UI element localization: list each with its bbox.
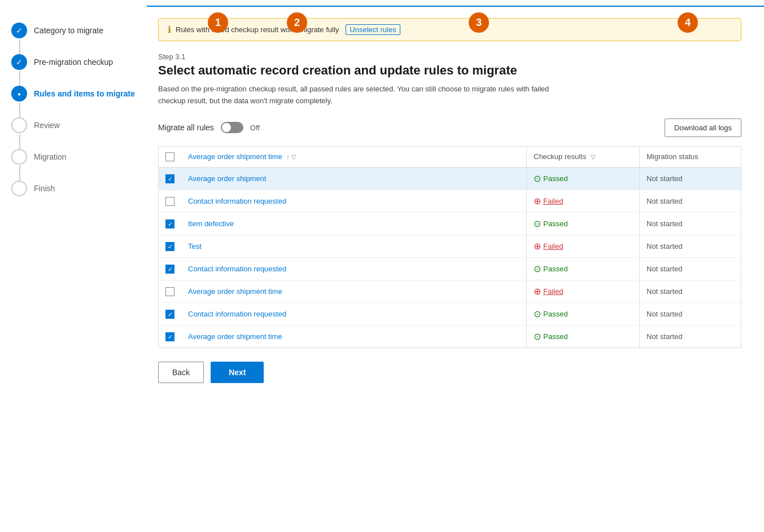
- rule-name-link[interactable]: Test: [188, 242, 202, 250]
- table-row[interactable]: Item defective⊙ PassedNot started: [159, 213, 741, 235]
- rule-name-link[interactable]: Contact information requested: [188, 310, 286, 318]
- checkup-failed: ⊕ Failed: [534, 286, 632, 297]
- step-icon-rules: ●: [11, 86, 27, 102]
- row-checkbox[interactable]: [165, 197, 174, 206]
- row-checkbox[interactable]: [165, 332, 174, 341]
- sort-filter-icons: ↑ ▽: [286, 153, 296, 161]
- migrate-all-toggle[interactable]: [221, 122, 243, 133]
- migration-status: Not started: [640, 258, 741, 280]
- checkup-failed: ⊕ Failed: [534, 241, 632, 252]
- col-name-label: Average order shipment time: [188, 152, 282, 161]
- sidebar-item-label-category: Category to migrate: [34, 26, 103, 35]
- main-content: ℹ Rules with failed checkup result won't…: [147, 6, 764, 532]
- callout-2: 2: [287, 12, 307, 33]
- table-row[interactable]: Test⊕ FailedNot started: [159, 235, 741, 258]
- col-status-label: Migration status: [647, 152, 698, 161]
- migration-status: Not started: [640, 326, 741, 348]
- row-checkbox[interactable]: [165, 174, 174, 183]
- failed-link[interactable]: Failed: [543, 242, 563, 250]
- col-header-status: Migration status: [640, 146, 741, 168]
- download-all-logs-button[interactable]: Download all logs: [665, 118, 741, 137]
- col-header-name: Average order shipment time ↑ ▽: [181, 146, 527, 168]
- checkup-passed: ⊙ Passed: [534, 173, 632, 184]
- rule-name-link[interactable]: Average order shipment: [188, 174, 267, 183]
- row-checkbox[interactable]: [165, 287, 174, 296]
- bottom-nav: Back Next: [158, 362, 741, 383]
- table-row[interactable]: Contact information requested⊙ PassedNot…: [159, 303, 741, 326]
- warning-text: Rules with failed checkup result won't m…: [176, 25, 339, 34]
- row-checkbox[interactable]: [165, 265, 174, 274]
- sidebar-item-label-migration: Migration: [34, 152, 67, 161]
- failed-link[interactable]: Failed: [543, 197, 563, 205]
- sidebar: ✓ Category to migrate ✓ Pre-migration ch…: [0, 0, 147, 532]
- callout-3: 3: [469, 12, 489, 33]
- checkup-passed: ⊙ Passed: [534, 218, 632, 229]
- sidebar-item-label-finish: Finish: [34, 184, 55, 193]
- callout-4: 4: [678, 12, 698, 33]
- migration-status: Not started: [640, 280, 741, 303]
- col-checkup-label: Checkup results: [534, 152, 586, 161]
- table-row[interactable]: Contact information requested⊙ PassedNot…: [159, 258, 741, 280]
- checkup-filter-icon: ▽: [591, 153, 595, 161]
- callout-1: 1: [208, 12, 228, 33]
- info-icon: ℹ: [168, 24, 171, 35]
- rule-name-link[interactable]: Average order shipment time: [188, 287, 282, 296]
- step-icon-category: ✓: [11, 23, 27, 38]
- migration-status: Not started: [640, 235, 741, 258]
- step-title: Select automatic record creation and upd…: [158, 63, 741, 78]
- sidebar-item-label-pre-migration: Pre-migration checkup: [34, 58, 113, 67]
- migration-status: Not started: [640, 190, 741, 213]
- next-button[interactable]: Next: [211, 362, 264, 383]
- warning-banner: ℹ Rules with failed checkup result won't…: [158, 18, 741, 41]
- step-number: Step 3.1: [158, 52, 741, 61]
- sidebar-item-review[interactable]: Review: [11, 117, 136, 133]
- select-all-checkbox[interactable]: [165, 152, 174, 161]
- back-button[interactable]: Back: [158, 362, 204, 383]
- toggle-state-label: Off: [250, 124, 260, 132]
- rule-name-link[interactable]: Contact information requested: [188, 197, 286, 205]
- rules-table: Average order shipment time ↑ ▽ Checkup …: [158, 146, 741, 349]
- checkup-passed: ⊙ Passed: [534, 331, 632, 342]
- sidebar-item-rules[interactable]: ● Rules and items to migrate: [11, 86, 136, 102]
- migration-status: Not started: [640, 213, 741, 235]
- sidebar-item-label-rules: Rules and items to migrate: [34, 89, 135, 98]
- table-row[interactable]: Contact information requested⊕ FailedNot…: [159, 190, 741, 213]
- table-row[interactable]: Average order shipment time⊙ PassedNot s…: [159, 326, 741, 348]
- step-description: Based on the pre-migration checkup resul…: [158, 83, 553, 107]
- migrate-all-label: Migrate all rules: [158, 123, 214, 132]
- rule-name-link[interactable]: Average order shipment time: [188, 332, 282, 341]
- step-icon-pre-migration: ✓: [11, 54, 27, 70]
- rule-name-link[interactable]: Item defective: [188, 219, 234, 228]
- migration-status: Not started: [640, 168, 741, 190]
- sidebar-item-migration[interactable]: Migration: [11, 149, 136, 165]
- failed-link[interactable]: Failed: [543, 287, 563, 296]
- row-checkbox[interactable]: [165, 310, 174, 319]
- migration-status: Not started: [640, 303, 741, 326]
- rule-name-link[interactable]: Contact information requested: [188, 265, 286, 273]
- row-checkbox[interactable]: [165, 242, 174, 251]
- step-icon-finish: [11, 181, 27, 196]
- checkup-passed: ⊙ Passed: [534, 263, 632, 274]
- step-icon-migration: [11, 149, 27, 165]
- checkup-failed: ⊕ Failed: [534, 196, 632, 206]
- table-row[interactable]: Average order shipment time⊕ FailedNot s…: [159, 280, 741, 303]
- select-all-header: [159, 146, 182, 168]
- migrate-row: Migrate all rules Off Download all logs: [158, 118, 741, 137]
- sidebar-item-finish[interactable]: Finish: [11, 181, 136, 196]
- step-icon-review: [11, 117, 27, 133]
- sidebar-item-category[interactable]: ✓ Category to migrate: [11, 23, 136, 38]
- unselect-rules-link[interactable]: Unselect rules: [346, 24, 400, 35]
- checkup-passed: ⊙ Passed: [534, 309, 632, 319]
- col-header-checkup: Checkup results ▽: [527, 146, 640, 168]
- table-row[interactable]: Average order shipment⊙ PassedNot starte…: [159, 168, 741, 190]
- sidebar-item-pre-migration[interactable]: ✓ Pre-migration checkup: [11, 54, 136, 70]
- sidebar-item-label-review: Review: [34, 121, 60, 130]
- migrate-toggle-group: Migrate all rules Off: [158, 122, 260, 133]
- row-checkbox[interactable]: [165, 219, 174, 228]
